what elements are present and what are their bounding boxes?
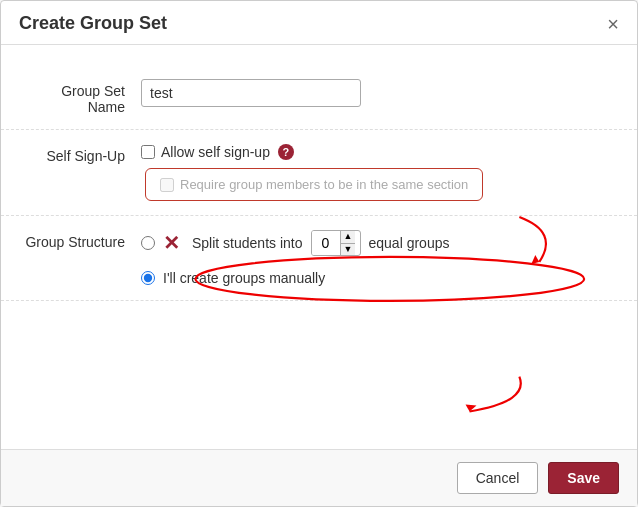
allow-self-signup-label[interactable]: Allow self sign-up <box>161 144 270 160</box>
create-group-set-modal: Create Group Set × Group Set Name Self S… <box>0 0 638 507</box>
create-manually-radio[interactable] <box>141 271 155 285</box>
help-icon[interactable]: ? <box>278 144 294 160</box>
spinner-buttons: ▲ ▼ <box>340 231 356 255</box>
modal-title: Create Group Set <box>19 13 167 34</box>
create-manually-label[interactable]: I'll create groups manually <box>163 270 325 286</box>
group-set-name-row: Group Set Name <box>1 65 637 130</box>
create-manually-row: I'll create groups manually <box>141 270 617 286</box>
close-button[interactable]: × <box>607 14 619 34</box>
self-signup-controls: Allow self sign-up ? Require group membe… <box>141 144 617 201</box>
x-icon: ✕ <box>163 233 180 253</box>
equal-groups-spinner: ▲ ▼ <box>311 230 361 256</box>
require-same-section-border: Require group members to be in the same … <box>145 168 483 201</box>
require-same-section-label[interactable]: Require group members to be in the same … <box>180 177 468 192</box>
modal-body: Group Set Name Self Sign-Up Allow self s… <box>1 45 637 449</box>
group-set-name-label: Group Set Name <box>21 79 141 115</box>
group-set-name-input-wrap <box>141 79 617 107</box>
self-signup-row: Self Sign-Up Allow self sign-up ? Requir… <box>1 130 637 216</box>
svg-marker-2 <box>466 405 477 412</box>
split-suffix: equal groups <box>369 235 450 251</box>
group-structure-controls: ✕ Split students into ▲ ▼ equal groups I… <box>141 230 617 286</box>
modal-footer: Cancel Save <box>1 449 637 506</box>
cancel-button[interactable]: Cancel <box>457 462 539 494</box>
group-structure-label: Group Structure <box>21 230 141 250</box>
equal-groups-input[interactable] <box>312 231 340 255</box>
spinner-down-button[interactable]: ▼ <box>341 244 356 256</box>
spinner-up-button[interactable]: ▲ <box>341 231 356 244</box>
allow-self-signup-row: Allow self sign-up ? <box>141 144 617 160</box>
allow-self-signup-checkbox[interactable] <box>141 145 155 159</box>
group-structure-row: Group Structure ✕ Split students into ▲ … <box>1 216 637 301</box>
require-same-section-checkbox[interactable] <box>160 178 174 192</box>
split-prefix: Split students into <box>192 235 303 251</box>
split-students-radio[interactable] <box>141 236 155 250</box>
save-button[interactable]: Save <box>548 462 619 494</box>
require-same-section-wrap: Require group members to be in the same … <box>145 168 617 201</box>
group-set-name-input[interactable] <box>141 79 361 107</box>
modal-header: Create Group Set × <box>1 1 637 45</box>
self-signup-label: Self Sign-Up <box>21 144 141 164</box>
split-students-row: ✕ Split students into ▲ ▼ equal groups <box>141 230 617 256</box>
